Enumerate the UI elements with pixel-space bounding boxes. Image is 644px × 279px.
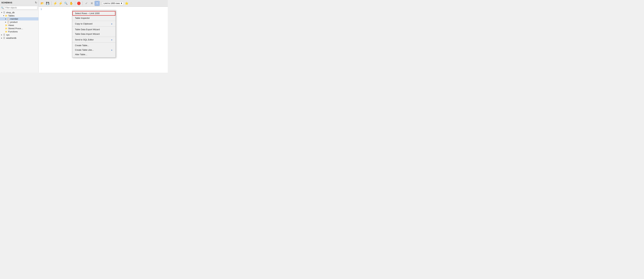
toolbar-separator-3 <box>82 1 83 5</box>
star-button[interactable]: ⭐ <box>124 1 129 6</box>
tree-arrow-member: ► <box>5 18 7 20</box>
ctx-item-send-sql[interactable]: Send to SQL Editor► <box>72 38 116 42</box>
ctx-separator-separator3 <box>72 37 116 37</box>
sidebar-item-product[interactable]: ►📋product <box>0 20 38 24</box>
sidebar-header: SCHEMAS ↻ <box>0 0 38 5</box>
ctx-item-export-wizard[interactable]: Table Data Export Wizard <box>72 27 116 32</box>
close-button[interactable]: ✖ <box>90 1 94 6</box>
db-icon-shop_db: 🗄 <box>3 12 6 14</box>
folder-icon-stored_proc: 📁 <box>5 27 8 30</box>
filter-input[interactable] <box>4 6 38 10</box>
ctx-label-create-table-like: Create Table Like... <box>75 49 94 51</box>
folder-icon-views: 📁 <box>5 24 8 26</box>
tree-arrow-sys: ► <box>1 34 3 36</box>
schemas-title: SCHEMAS <box>1 1 12 4</box>
sidebar-item-tables[interactable]: ▼📁Tables <box>0 14 38 17</box>
folder-icon-tables: 📁 <box>5 14 8 17</box>
filter-row: 🔍 <box>0 5 38 10</box>
check-button[interactable]: ✔ <box>84 1 89 6</box>
db-icon-weatherdb: 🗄 <box>3 37 6 39</box>
sidebar-item-functions[interactable]: 📁Functions <box>0 30 38 33</box>
ctx-arrow-create-table-like: ► <box>111 49 113 51</box>
ctx-label-export-wizard: Table Data Export Wizard <box>75 28 100 31</box>
ctx-label-import-wizard: Table Data Import Wizard <box>75 33 100 35</box>
schema-tree: ▼🗄shop_db▼📁Tables►📋member►📋product📁Views… <box>0 10 38 73</box>
save-button[interactable]: 💾 <box>45 1 50 6</box>
ctx-item-create-table-like[interactable]: Create Table Like...► <box>72 48 116 52</box>
toolbar-separator-4 <box>101 1 101 5</box>
sidebar-label-sys: sys <box>6 34 10 36</box>
sidebar-item-stored_proc[interactable]: 📁Stored Proce… <box>0 27 38 30</box>
sidebar-label-stored_proc: Stored Proce… <box>8 27 23 30</box>
limit-label: Limit to 1000 rows <box>104 2 120 4</box>
sidebar-label-product: product <box>10 21 18 23</box>
table-icon-member: 📋 <box>7 18 10 20</box>
sidebar-item-shop_db[interactable]: ▼🗄shop_db <box>0 11 38 14</box>
sidebar-item-weatherdb[interactable]: ►🗄weatherdb <box>0 36 38 40</box>
table-icon-product: 📋 <box>7 21 10 23</box>
context-menu: Select Rows – Limit 1000Table InspectorC… <box>72 10 116 58</box>
ctx-arrow-copy-clipboard: ► <box>111 23 113 25</box>
sidebar-label-functions: Functions <box>8 30 18 33</box>
ctx-label-create-table: Create Table... <box>75 44 89 47</box>
tree-arrow-weatherdb: ► <box>1 37 3 39</box>
ctx-item-table-inspector[interactable]: Table Inspector <box>72 16 116 20</box>
line-number-1: 1 <box>40 8 42 10</box>
hand-button[interactable]: ✋ <box>69 1 74 6</box>
toolbar-separator-1 <box>51 1 52 5</box>
sidebar-label-tables: Tables <box>8 14 14 17</box>
sidebar-item-views[interactable]: 📁Views <box>0 24 38 27</box>
ctx-separator-separator1 <box>72 21 116 21</box>
limit-arrow-icon: ▼ <box>120 2 122 4</box>
sidebar-item-member[interactable]: ►📋member <box>0 17 38 20</box>
execute-button[interactable]: ⚡ <box>53 1 58 6</box>
ctx-label-select-rows: Select Rows – Limit 1000 <box>75 12 100 14</box>
ctx-label-table-inspector: Table Inspector <box>75 17 90 19</box>
limit-dropdown[interactable]: Limit to 1000 rows ▼ <box>102 2 124 5</box>
open-button[interactable]: 📂 <box>40 1 44 6</box>
svg-text:⚙: ⚙ <box>96 2 98 4</box>
refresh-icon[interactable]: ↻ <box>35 1 37 4</box>
ctx-item-copy-clipboard[interactable]: Copy to Clipboard► <box>72 22 116 26</box>
ctx-item-alter-table[interactable]: Alter Table… <box>72 52 116 57</box>
tree-arrow-shop_db: ▼ <box>1 12 3 14</box>
toolbar-separator-2 <box>75 1 75 5</box>
ctx-label-copy-clipboard: Copy to Clipboard <box>75 22 92 25</box>
stop-button[interactable]: 🛑 <box>76 1 81 6</box>
sidebar-label-shop_db: shop_db <box>6 11 14 14</box>
ctx-label-alter-table: Alter Table… <box>75 53 88 56</box>
main-area: 📂 💾 ⚡ ⚡ 🔍 ✋ 🛑 ✔ ✖ ⚙ Limit to 1000 rows ▼… <box>38 0 168 73</box>
sidebar-label-member: member <box>10 18 18 20</box>
active-button[interactable]: ⚙ <box>95 1 100 6</box>
filter-icon: 🔍 <box>1 6 4 9</box>
ctx-arrow-send-sql: ► <box>111 39 113 41</box>
ctx-label-send-sql: Send to SQL Editor <box>75 38 94 41</box>
search-button[interactable]: 🔍 <box>64 1 68 6</box>
ctx-separator-separator2 <box>72 26 116 27</box>
sidebar-label-views: Views <box>8 24 14 26</box>
ctx-item-select-rows[interactable]: Select Rows – Limit 1000 <box>72 11 116 16</box>
sidebar-label-weatherdb: weatherdb <box>6 37 16 39</box>
toolbar: 📂 💾 ⚡ ⚡ 🔍 ✋ 🛑 ✔ ✖ ⚙ Limit to 1000 rows ▼… <box>38 0 168 7</box>
ctx-item-import-wizard[interactable]: Table Data Import Wizard <box>72 32 116 36</box>
execute-selected-button[interactable]: ⚡ <box>58 1 63 6</box>
tree-arrow-product: ► <box>5 21 7 23</box>
sidebar: SCHEMAS ↻ 🔍 ▼🗄shop_db▼📁Tables►📋member►📋p… <box>0 0 38 73</box>
sidebar-item-sys[interactable]: ►🗄sys <box>0 33 38 36</box>
folder-icon-functions: 📁 <box>5 30 8 33</box>
ctx-item-create-table[interactable]: Create Table... <box>72 43 116 48</box>
tree-arrow-tables: ▼ <box>3 15 5 16</box>
db-icon-sys: 🗄 <box>3 34 6 36</box>
